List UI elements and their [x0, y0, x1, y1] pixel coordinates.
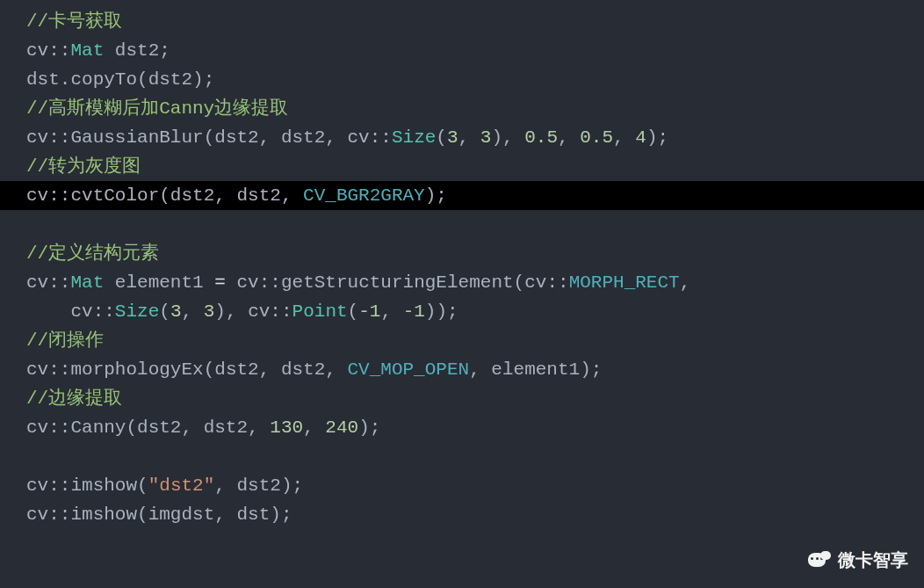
comment-text: //转为灰度图 [26, 156, 141, 177]
code-line: cv::morphologyEx(dst2, dst2, CV_MOP_OPEN… [26, 355, 924, 384]
comment-text: //定义结构元素 [26, 243, 159, 264]
code-line: cv::imshow("dst2", dst2); [26, 471, 924, 500]
code-line: //闭操作 [26, 326, 924, 355]
code-line: //高斯模糊后加Canny边缘提取 [26, 94, 924, 123]
code-line: cv::Mat element1 = cv::getStructuringEle… [26, 268, 924, 297]
code-line-blank [26, 442, 924, 471]
comment-text: //边缘提取 [26, 388, 122, 409]
code-line-blank [26, 210, 924, 239]
code-line: //定义结构元素 [26, 239, 924, 268]
code-line: cv::Mat dst2; [26, 36, 924, 65]
code-line: dst.copyTo(dst2); [26, 65, 924, 94]
code-line: //转为灰度图 [26, 152, 924, 181]
comment-text: //卡号获取 [26, 11, 122, 32]
code-editor: //卡号获取 cv::Mat dst2; dst.copyTo(dst2); /… [0, 0, 924, 588]
code-line: cv::cvtColor(dst2, dst2, CV_BGR2GRAY); [26, 181, 924, 210]
watermark: 微卡智享 [808, 548, 908, 572]
code-line: cv::Canny(dst2, dst2, 130, 240); [26, 413, 924, 442]
code-line: cv::GaussianBlur(dst2, dst2, cv::Size(3,… [26, 123, 924, 152]
wechat-icon [808, 551, 831, 570]
code-line: cv::Size(3, 3), cv::Point(-1, -1)); [26, 297, 924, 326]
watermark-text: 微卡智享 [838, 548, 908, 572]
comment-text: //高斯模糊后加Canny边缘提取 [26, 98, 288, 119]
comment-text: //闭操作 [26, 330, 104, 351]
code-line: //边缘提取 [26, 384, 924, 413]
code-line: //卡号获取 [26, 7, 924, 36]
code-line: cv::imshow(imgdst, dst); [26, 500, 924, 529]
